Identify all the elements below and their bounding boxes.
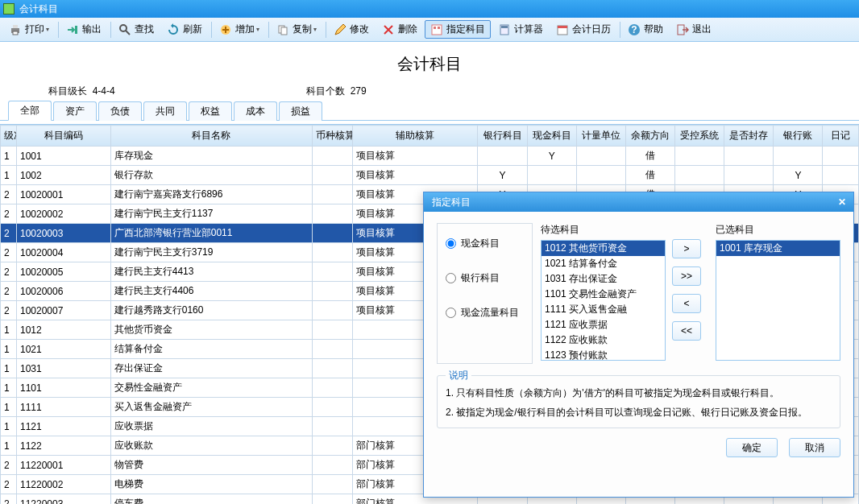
- list-item[interactable]: 1122 应收账款: [542, 333, 665, 348]
- svg-rect-7: [281, 27, 287, 35]
- list-item[interactable]: 1031 存出保证金: [542, 271, 665, 287]
- refresh-icon: [167, 23, 180, 36]
- svg-rect-2: [13, 31, 18, 35]
- dropdown-icon: ▾: [46, 26, 49, 33]
- plus-icon: [219, 23, 232, 36]
- printer-icon: [9, 23, 22, 36]
- move-left-button[interactable]: <: [672, 294, 701, 313]
- svg-rect-1: [13, 25, 18, 28]
- column-header[interactable]: 计量单位: [576, 126, 625, 147]
- tab-0[interactable]: 全部: [8, 101, 52, 121]
- help-button[interactable]: ?帮助: [622, 20, 669, 39]
- cancel-button[interactable]: 取消: [789, 438, 840, 457]
- exit-button[interactable]: 退出: [670, 20, 717, 39]
- export-icon: [66, 23, 79, 36]
- radio-cash[interactable]: 现金科目: [446, 237, 524, 250]
- list-item[interactable]: 1001 库存现金: [716, 241, 840, 256]
- list-item[interactable]: 1121 应收票据: [542, 317, 665, 333]
- tab-6[interactable]: 损益: [279, 101, 322, 121]
- tab-2[interactable]: 负债: [98, 101, 142, 121]
- move-right-button[interactable]: >: [672, 239, 701, 258]
- level-value: 4-4-4: [93, 85, 115, 97]
- list-item[interactable]: 1021 结算备付金: [542, 256, 665, 271]
- radio-bank[interactable]: 银行科目: [446, 271, 524, 285]
- table-row[interactable]: 11002银行存款项目核算Y借Y: [1, 166, 859, 185]
- tab-3[interactable]: 共同: [143, 101, 187, 121]
- app-title: 会计科目: [19, 2, 58, 16]
- column-header[interactable]: 现金科目: [527, 126, 576, 147]
- description-title: 说明: [446, 369, 471, 382]
- pencil-icon: [334, 23, 347, 36]
- toolbar: 打印▾ 输出 查找 刷新 增加▾ 复制▾ 修改 删除 指定科目 计算器 会计日历…: [0, 18, 859, 42]
- svg-rect-9: [434, 27, 436, 29]
- print-button[interactable]: 打印▾: [3, 20, 55, 39]
- app-icon: [3, 3, 15, 14]
- tab-1[interactable]: 资产: [53, 101, 97, 121]
- tab-4[interactable]: 权益: [189, 101, 232, 121]
- add-button[interactable]: 增加▾: [214, 20, 265, 39]
- exit-icon: [676, 23, 689, 36]
- selected-label: 已选科目: [716, 223, 840, 237]
- svg-rect-8: [432, 25, 442, 35]
- edit-button[interactable]: 修改: [328, 20, 375, 39]
- column-header[interactable]: 银行科目: [478, 126, 527, 147]
- calculator-icon: [498, 23, 511, 36]
- column-header[interactable]: 科目名称: [110, 126, 312, 147]
- list-item[interactable]: 1101 交易性金融资产: [542, 287, 665, 302]
- tab-bar: 全部资产负债共同权益成本损益: [0, 103, 859, 121]
- move-all-right-button[interactable]: >>: [672, 266, 701, 286]
- column-header[interactable]: 银行账: [774, 126, 823, 147]
- svg-rect-12: [501, 26, 508, 28]
- page-title: 会计科目: [0, 53, 859, 75]
- copy-icon: [276, 23, 289, 36]
- dialog-title: 指定科目: [432, 196, 471, 209]
- column-header[interactable]: 是否封存: [724, 126, 774, 147]
- selected-listbox[interactable]: 1001 库存现金: [716, 240, 840, 361]
- level-label: 科目级长: [48, 85, 87, 97]
- svg-rect-14: [558, 26, 567, 28]
- delete-button[interactable]: 删除: [376, 20, 423, 39]
- tab-5[interactable]: 成本: [234, 101, 277, 121]
- title-bar: 会计科目: [0, 0, 859, 18]
- assign-icon: [430, 23, 443, 36]
- column-header[interactable]: 日记: [823, 126, 859, 147]
- search-icon: [118, 23, 131, 36]
- list-item[interactable]: 1123 预付账款: [542, 348, 665, 361]
- export-button[interactable]: 输出: [60, 20, 107, 39]
- calendar-icon: [556, 23, 569, 36]
- column-header[interactable]: 科目编码: [17, 126, 111, 147]
- close-icon[interactable]: ✕: [836, 196, 849, 209]
- copy-button[interactable]: 复制▾: [271, 20, 322, 39]
- svg-rect-10: [438, 27, 440, 29]
- delete-icon: [382, 23, 395, 36]
- column-header[interactable]: 受控系统: [675, 126, 724, 147]
- list-item[interactable]: 1111 买入返售金融: [542, 302, 665, 317]
- dropdown-icon: ▾: [313, 26, 317, 33]
- count-value: 279: [351, 85, 367, 97]
- svg-point-4: [120, 25, 127, 31]
- help-icon: ?: [628, 23, 641, 36]
- header-area: 会计科目 科目级长 4-4-4 科目个数 279 全部资产负债共同权益成本损益: [0, 42, 859, 124]
- list-item[interactable]: 1012 其他货币资金: [542, 241, 665, 256]
- calc-button[interactable]: 计算器: [492, 20, 549, 39]
- svg-rect-3: [75, 26, 77, 34]
- refresh-button[interactable]: 刷新: [161, 20, 208, 39]
- table-row[interactable]: 11001库存现金项目核算Y借: [1, 147, 859, 166]
- find-button[interactable]: 查找: [113, 20, 160, 39]
- move-all-left-button[interactable]: <<: [672, 321, 701, 341]
- dropdown-icon: ▾: [256, 26, 259, 33]
- column-header[interactable]: 余额方向: [625, 126, 674, 147]
- ok-button[interactable]: 确定: [726, 438, 778, 457]
- assign-dialog: 指定科目 ✕ 现金科目 银行科目 现金流量科目 待选科目 1012 其他货币资金…: [423, 192, 854, 498]
- svg-text:?: ?: [631, 24, 637, 35]
- assign-button[interactable]: 指定科目: [425, 20, 491, 39]
- dialog-titlebar[interactable]: 指定科目 ✕: [424, 192, 853, 212]
- column-header[interactable]: 辅助核算: [352, 126, 478, 147]
- column-header[interactable]: 级次: [1, 126, 17, 147]
- description-box: 说明 1. 只有科目性质（余额方向）为'借方'的科目可被指定为现金科目或银行科目…: [437, 375, 840, 428]
- calendar-button[interactable]: 会计日历: [550, 20, 616, 39]
- column-header[interactable]: 币种核算: [312, 126, 352, 147]
- radio-group: 现金科目 银行科目 现金流量科目: [437, 223, 533, 364]
- pending-listbox[interactable]: 1012 其他货币资金1021 结算备付金1031 存出保证金1101 交易性金…: [541, 240, 666, 361]
- radio-flow[interactable]: 现金流量科目: [446, 306, 524, 320]
